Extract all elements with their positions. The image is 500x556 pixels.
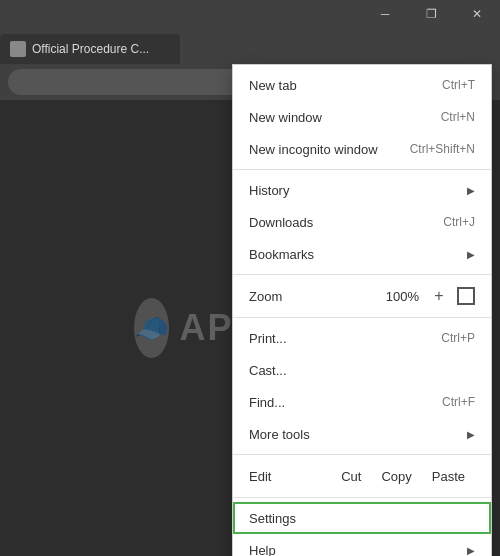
minimize-button[interactable]: ─ [362, 0, 408, 28]
menu-item-downloads[interactable]: Downloads Ctrl+J [233, 206, 491, 238]
tab-bar: Official Procedure C... [0, 28, 500, 64]
menu-section-edit: Edit Cut Copy Paste [233, 455, 491, 498]
menu-section-zoom: Zoom 100% + [233, 275, 491, 318]
menu-item-print[interactable]: Print... Ctrl+P [233, 322, 491, 354]
context-menu: New tab Ctrl+T New window Ctrl+N New inc… [232, 64, 492, 556]
menu-section-tools: Print... Ctrl+P Cast... Find... Ctrl+F M… [233, 318, 491, 455]
menu-item-settings[interactable]: Settings [233, 502, 491, 534]
title-bar-controls: ─ ❐ ✕ [362, 0, 500, 28]
menu-section-history: History ▶ Downloads Ctrl+J Bookmarks ▶ [233, 170, 491, 275]
tab-favicon [10, 41, 26, 57]
paste-button[interactable]: Paste [422, 465, 475, 488]
browser-tab[interactable]: Official Procedure C... [0, 34, 180, 64]
menu-item-zoom: Zoom 100% + [233, 279, 491, 313]
menu-section-new: New tab Ctrl+T New window Ctrl+N New inc… [233, 65, 491, 170]
menu-item-cast[interactable]: Cast... [233, 354, 491, 386]
browser-window: ─ ❐ ✕ Official Procedure C... 🌐 ☆ A ⋮ 🧢 … [0, 0, 500, 556]
zoom-value: 100% [386, 289, 419, 304]
menu-item-new-window[interactable]: New window Ctrl+N [233, 101, 491, 133]
maximize-button[interactable]: ❐ [408, 0, 454, 28]
menu-item-find[interactable]: Find... Ctrl+F [233, 386, 491, 418]
copy-button[interactable]: Copy [371, 465, 421, 488]
menu-section-settings: Settings Help ▶ [233, 498, 491, 556]
menu-item-history[interactable]: History ▶ [233, 174, 491, 206]
menu-item-edit-row: Edit Cut Copy Paste [233, 459, 491, 493]
close-button[interactable]: ✕ [454, 0, 500, 28]
menu-item-more-tools[interactable]: More tools ▶ [233, 418, 491, 450]
mascot-icon: 🧢 [134, 298, 169, 358]
menu-item-bookmarks[interactable]: Bookmarks ▶ [233, 238, 491, 270]
menu-item-help[interactable]: Help ▶ [233, 534, 491, 556]
menu-item-new-tab[interactable]: New tab Ctrl+T [233, 69, 491, 101]
cut-button[interactable]: Cut [331, 465, 371, 488]
zoom-plus-button[interactable]: + [427, 284, 451, 308]
tab-title: Official Procedure C... [32, 42, 170, 56]
title-bar: ─ ❐ ✕ [0, 0, 500, 28]
zoom-fullscreen-button[interactable] [457, 287, 475, 305]
menu-item-new-incognito[interactable]: New incognito window Ctrl+Shift+N [233, 133, 491, 165]
